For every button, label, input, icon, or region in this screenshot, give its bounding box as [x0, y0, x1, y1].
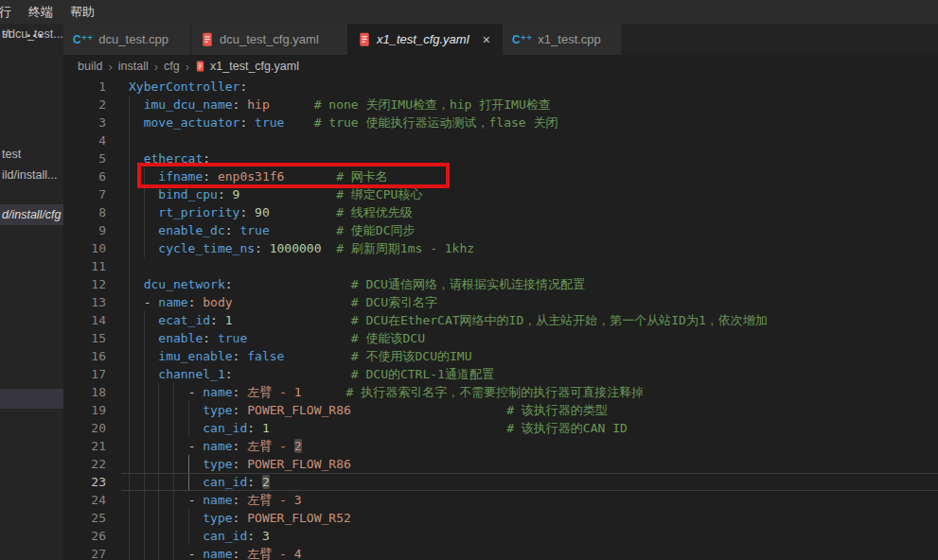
code-token: 2: [294, 439, 302, 453]
line-number: 13: [63, 293, 121, 311]
code-line[interactable]: 26 can_id: 3: [63, 527, 938, 545]
code-token: [129, 151, 144, 166]
code-token: [129, 241, 158, 255]
code-line[interactable]: 16 imu_enable: false # 不使用该DCU的IMU: [63, 347, 938, 365]
code-line[interactable]: 18 - name: 左臂 - 1 # 执行器索引名字，不需要控制的执行器可直接…: [63, 383, 938, 401]
tab-dcu_test.cpp[interactable]: C⁺⁺dcu_test.cpp: [63, 24, 191, 55]
line-number: 19: [63, 401, 121, 419]
line-number: 20: [63, 419, 121, 437]
line-number: 16: [63, 347, 121, 365]
code-line[interactable]: 24 - name: 左臂 - 3: [63, 491, 938, 509]
side-panel-item[interactable]: test: [0, 144, 63, 165]
code-line-text: imu_enable: false # 不使用该DCU的IMU: [129, 347, 471, 365]
code-line-text: channel_1: # DCU的CTRL-1通道配置: [129, 365, 494, 383]
code-line[interactable]: 22 type: POWER_FLOW_R86: [63, 455, 938, 473]
code-token: # none 关闭IMU检查，hip 打开IMU检查: [314, 97, 551, 112]
code-token: [233, 295, 351, 309]
code-line[interactable]: 14 ecat_id: 1 # DCU在EtherCAT网络中的ID，从主站开始…: [63, 311, 938, 329]
code-line[interactable]: 7 bind_cpu: 9 # 绑定CPU核心: [63, 185, 938, 203]
code-token: name: [203, 385, 232, 399]
vscode-window: 行终端帮助 ··· testild/install...d/install/cf…: [0, 0, 938, 560]
code-token: enp0s31f6: [218, 169, 284, 184]
menu-item[interactable]: 行: [0, 0, 20, 24]
line-number: 15: [63, 329, 121, 347]
code-token: ecat_id: [158, 313, 210, 327]
code-token: # DCU在EtherCAT网络中的ID，从主站开始，第一个从站ID为1，依次增…: [351, 313, 768, 327]
code-line[interactable]: 17 channel_1: # DCU的CTRL-1通道配置: [63, 365, 938, 383]
code-token: [270, 205, 336, 219]
code-line[interactable]: 20 can_id: 1 # 该执行器的CAN ID: [63, 419, 938, 437]
code-token: POWER_FLOW_R86: [247, 457, 351, 471]
line-number: 23: [63, 473, 121, 491]
code-token: :: [225, 223, 233, 237]
menu-item[interactable]: 终端: [20, 0, 62, 24]
code-token: :: [203, 169, 210, 184]
cpp-file-icon: C⁺⁺: [512, 33, 532, 46]
code-token: -: [188, 385, 204, 399]
line-number: 26: [63, 527, 121, 545]
code-token: POWER_FLOW_R52: [247, 511, 351, 525]
code-line-text: - name: body # DCU索引名字: [129, 293, 437, 311]
line-number: 6: [63, 167, 121, 185]
code-token: :: [247, 529, 255, 543]
code-editor[interactable]: 1XyberController:2 imu_dcu_name: hip # n…: [63, 78, 938, 560]
code-token: 1000000: [270, 241, 322, 255]
tab-label: x1_test_cfg.yaml: [377, 32, 469, 46]
breadcrumb-file[interactable]: x1_test_cfg.yaml: [195, 60, 299, 73]
code-line[interactable]: 4: [63, 131, 938, 149]
breadcrumb-segment[interactable]: build: [78, 60, 102, 73]
line-number: 18: [63, 383, 121, 401]
code-token: # 该执行器的类型: [506, 403, 608, 417]
code-line[interactable]: 12 dcu_network: # DCU通信网络，请根据实机连接情况配置: [63, 275, 938, 293]
code-token: [129, 385, 188, 399]
code-line[interactable]: 5 ethercat:: [63, 149, 938, 167]
code-token: # 不使用该DCU的IMU: [351, 349, 472, 363]
side-panel-item[interactable]: d/install/cfg: [0, 204, 63, 225]
code-line[interactable]: 19 type: POWER_FLOW_R86 # 该执行器的类型: [63, 401, 938, 419]
code-line[interactable]: 15 enable: true # 使能该DCU: [63, 329, 938, 347]
side-panel-highlight-row[interactable]: [0, 389, 63, 409]
code-line[interactable]: 2 imu_dcu_name: hip # none 关闭IMU检查，hip 打…: [63, 96, 938, 114]
code-line[interactable]: 23 can_id: 2: [63, 473, 938, 491]
code-token: # DCU通信网络，请根据实机连接情况配置: [351, 277, 585, 291]
line-number: 5: [63, 149, 121, 167]
side-panel-item[interactable]: ild/install...: [0, 165, 63, 185]
breadcrumb-segment[interactable]: install: [118, 60, 149, 73]
line-number: 27: [63, 545, 121, 560]
side-panel-item[interactable]: t/dcu_test...: [0, 24, 63, 44]
code-line[interactable]: 3 move_actuator: true # true 使能执行器运动测试，f…: [63, 114, 938, 131]
tab-dcu_test_cfg.yaml[interactable]: dcu_test_cfg.yaml: [191, 24, 348, 55]
code-token: [129, 529, 203, 543]
code-line[interactable]: 6 ifname: enp0s31f6 # 网卡名: [63, 167, 938, 185]
tab-x1_test.cpp[interactable]: C⁺⁺x1_test.cpp: [503, 24, 623, 55]
code-line-text: type: POWER_FLOW_R52: [129, 509, 351, 527]
code-line[interactable]: 25 type: POWER_FLOW_R52: [63, 509, 938, 527]
code-line-text: enable_dc: true # 使能DC同步: [129, 221, 416, 239]
tab-x1_test_cfg.yaml[interactable]: x1_test_cfg.yaml×: [348, 24, 503, 55]
code-token: # 绑定CPU核心: [336, 187, 422, 201]
code-token: :: [225, 277, 233, 291]
code-token: [270, 223, 336, 237]
code-line-text: type: POWER_FLOW_R86 # 该执行器的类型: [129, 401, 608, 419]
code-token: [129, 115, 144, 130]
code-line[interactable]: 27 - name: 左臂 - 4: [63, 545, 938, 560]
code-line[interactable]: 11: [63, 257, 938, 275]
code-line[interactable]: 9 enable_dc: true # 使能DC同步: [63, 221, 938, 239]
code-token: 左臂 - 1: [247, 385, 301, 399]
code-line[interactable]: 1XyberController:: [63, 78, 938, 96]
tab-label: dcu_test_cfg.yaml: [220, 32, 319, 46]
code-token: :: [203, 331, 210, 345]
code-token: [129, 421, 203, 435]
code-line[interactable]: 21 - name: 左臂 - 2: [63, 437, 938, 455]
menu-item[interactable]: 帮助: [62, 0, 103, 24]
code-line[interactable]: 13 - name: body # DCU索引名字: [63, 293, 938, 311]
code-token: # 刷新周期1ms - 1khz: [336, 241, 474, 255]
code-token: # 使能该DCU: [351, 331, 425, 345]
code-token: [210, 331, 218, 345]
breadcrumb-segment[interactable]: cfg: [164, 60, 180, 73]
code-line[interactable]: 10 cycle_time_ns: 1000000 # 刷新周期1ms - 1k…: [63, 239, 938, 257]
tab-close-button[interactable]: ×: [481, 33, 492, 46]
code-line[interactable]: 8 rt_priority: 90 # 线程优先级: [63, 203, 938, 221]
code-token: -: [188, 493, 204, 507]
code-token: # 使能DC同步: [336, 223, 415, 237]
